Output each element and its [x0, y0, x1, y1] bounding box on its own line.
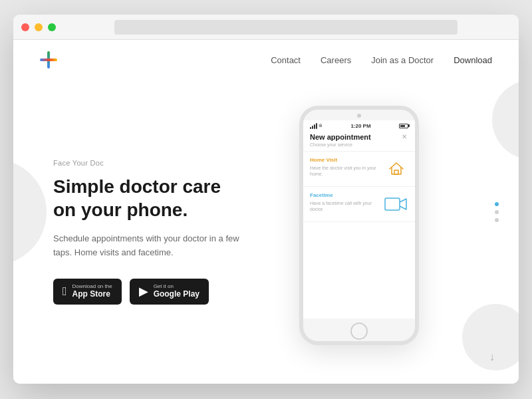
signal-bar-3 [314, 124, 315, 129]
titlebar [13, 15, 519, 40]
signal-bar-2 [312, 126, 313, 129]
dot-nav-3[interactable] [495, 218, 499, 222]
app-header: New appointment Choose your service ✕ [303, 130, 415, 152]
home-visit-card[interactable]: Home Visit Have the doctor visit you in … [303, 152, 415, 187]
apple-icon:  [63, 285, 67, 297]
scroll-down-arrow[interactable]: ↓ [485, 350, 499, 364]
maximize-button[interactable] [48, 23, 56, 31]
phone-status-bar: ⊛ 1:20 PM [303, 120, 415, 130]
hero-left: Face Your Doc Simple doctor care on your… [53, 159, 239, 305]
wifi-icon: ⊛ [319, 123, 323, 128]
app-store-button[interactable]:  Download on the App Store [53, 279, 122, 305]
facetime-name: Facetime [310, 192, 379, 198]
facetime-info: Facetime Have a facetime call with your … [310, 192, 379, 213]
home-icon [387, 160, 406, 178]
minimize-button[interactable] [35, 23, 43, 31]
phone-wrapper: ⊛ 1:20 PM [239, 106, 479, 345]
app-store-name: App Store [72, 289, 112, 300]
phone-status-right [399, 124, 408, 128]
facetime-card[interactable]: Facetime Have a facetime call with your … [303, 187, 415, 222]
phone-notch [303, 110, 415, 120]
camera-icon [384, 196, 408, 212]
phone-home-button[interactable] [350, 323, 368, 340]
facetime-icon-area [384, 192, 408, 216]
browser-window: Contact Careers Join as a Doctor Downloa… [13, 15, 519, 384]
page-content: Contact Careers Join as a Doctor Downloa… [13, 40, 519, 384]
facetime-desc: Have a facetime call with your doctor. [310, 200, 379, 213]
nav-join[interactable]: Join as a Doctor [371, 55, 434, 65]
navbar: Contact Careers Join as a Doctor Downloa… [13, 40, 519, 80]
app-store-text: Download on the App Store [72, 284, 112, 300]
battery-fill [400, 125, 405, 127]
hero-title: Simple doctor care on your phone. [53, 175, 239, 221]
dot-nav-2[interactable] [495, 210, 499, 214]
dot-navigation [495, 202, 499, 222]
google-play-text: Get it on Google Play [154, 284, 200, 300]
nav-contact[interactable]: Contact [271, 55, 301, 65]
logo-horizontal-bar [40, 59, 57, 61]
home-visit-desc: Have the doctor visit you in your home. [310, 165, 379, 178]
logo [40, 51, 57, 68]
signal-bars [310, 123, 317, 129]
nav-links: Contact Careers Join as a Doctor Downloa… [271, 55, 492, 65]
signal-bar-1 [310, 127, 311, 129]
svg-rect-0 [394, 170, 398, 174]
signal-bar-4 [316, 123, 317, 129]
battery-icon [399, 124, 408, 128]
phone-time: 1:20 PM [350, 123, 370, 129]
nav-download[interactable]: Download [454, 55, 492, 65]
svg-rect-1 [385, 198, 400, 210]
hero-section: Face Your Doc Simple doctor care on your… [13, 80, 519, 384]
home-visit-info: Home Visit Have the doctor visit you in … [310, 157, 379, 178]
google-play-name: Google Play [154, 289, 200, 300]
phone-screen: ⊛ 1:20 PM [303, 120, 415, 319]
hero-eyebrow: Face Your Doc [53, 159, 239, 167]
google-play-button[interactable]: ▶ Get it on Google Play [130, 279, 209, 305]
home-visit-name: Home Visit [310, 157, 379, 163]
hero-description: Schedule appointments with your doctor i… [53, 232, 239, 260]
google-play-icon: ▶ [139, 285, 148, 297]
nav-careers[interactable]: Careers [321, 55, 351, 65]
app-screen-title: New appointment [310, 133, 371, 141]
app-store-label: Download on the [72, 284, 112, 289]
phone-camera [357, 114, 361, 118]
close-button[interactable] [21, 23, 29, 31]
logo-icon [40, 51, 57, 68]
app-header-text: New appointment Choose your service [310, 133, 371, 147]
store-buttons:  Download on the App Store ▶ Get it on … [53, 279, 239, 305]
google-play-label: Get it on [154, 284, 200, 289]
phone-status-left: ⊛ [310, 123, 323, 129]
battery-tip [408, 124, 410, 127]
phone-mockup: ⊛ 1:20 PM [299, 106, 419, 345]
url-bar[interactable] [114, 20, 458, 35]
home-visit-icon-area [384, 157, 408, 181]
app-screen-subtitle: Choose your service [310, 142, 371, 147]
dot-nav-1[interactable] [495, 202, 499, 206]
app-close-button[interactable]: ✕ [400, 133, 408, 141]
